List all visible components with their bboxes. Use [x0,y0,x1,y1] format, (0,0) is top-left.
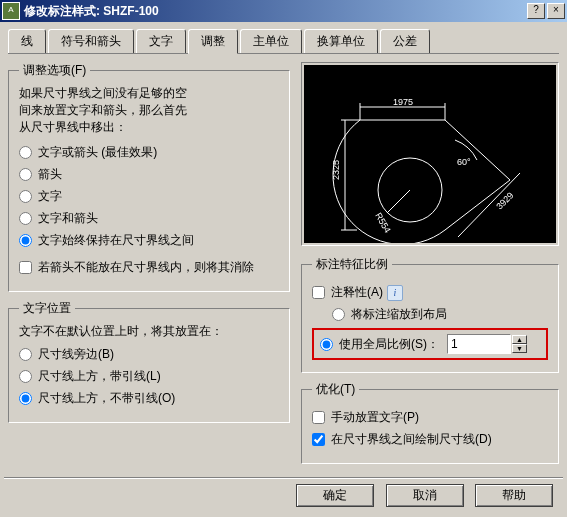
tab-primary[interactable]: 主单位 [240,29,302,54]
tuning-group: 优化(T) 手动放置文字(P) 在尺寸界线之间绘制尺寸线(D) [301,381,559,464]
spin-up[interactable]: ▲ [512,335,527,344]
global-scale-highlight: 使用全局比例(S)： ▲▼ [312,328,548,360]
fit-radio-always[interactable] [19,234,32,247]
scale-global-input[interactable] [447,334,511,354]
fit-label-both: 文字和箭头 [38,210,98,227]
annotative-check[interactable] [312,286,325,299]
tp-radio-beside[interactable] [19,348,32,361]
svg-line-12 [458,173,520,237]
tp-label-noleader: 尺寸线上方，不带引线(O) [38,390,175,407]
tab-fit[interactable]: 调整 [188,29,238,54]
scale-global-radio[interactable] [320,338,333,351]
scale-group: 标注特征比例 注释性(A)i 将标注缩放到布局 使用全局比例(S)： ▲▼ [301,256,559,373]
suppress-arrows-label: 若箭头不能放在尺寸界线内，则将其消除 [38,259,254,276]
fit-label-always: 文字始终保持在尺寸界线之间 [38,232,194,249]
fit-radio-text[interactable] [19,190,32,203]
scale-layout-label: 将标注缩放到布局 [351,306,447,323]
svg-text:3929: 3929 [494,190,515,211]
text-placement-intro: 文字不在默认位置上时，将其放置在： [19,323,279,340]
suppress-arrows-check[interactable] [19,261,32,274]
fit-intro-1: 如果尺寸界线之间没有足够的空 [19,85,279,102]
tab-lines[interactable]: 线 [8,29,46,54]
fit-radio-both[interactable] [19,212,32,225]
ok-button[interactable]: 确定 [296,484,374,507]
tab-alt[interactable]: 换算单位 [304,29,378,54]
fit-label-either: 文字或箭头 (最佳效果) [38,144,157,161]
help-button-bottom[interactable]: 帮助 [475,484,553,507]
fit-intro-3: 从尺寸界线中移出： [19,119,279,136]
fit-label-text: 文字 [38,188,62,205]
help-button[interactable]: ? [527,3,545,19]
scale-legend: 标注特征比例 [312,256,392,273]
fit-options-legend: 调整选项(F) [19,62,90,79]
fit-intro-2: 间来放置文字和箭头，那么首先 [19,102,279,119]
svg-text:2325: 2325 [331,160,341,180]
preview-drawing: 1975 2325 R554 60° 3929 [304,65,556,243]
text-placement-group: 文字位置 文字不在默认位置上时，将其放置在： 尺寸线旁边(B) 尺寸线上方，带引… [8,300,290,423]
tab-text[interactable]: 文字 [136,29,186,54]
manual-text-label: 手动放置文字(P) [331,409,419,426]
button-bar: 确定 取消 帮助 [4,477,563,507]
dimline-check[interactable] [312,433,325,446]
scale-global-label: 使用全局比例(S)： [339,336,439,353]
tp-label-leader: 尺寸线上方，带引线(L) [38,368,161,385]
tab-strip: 线 符号和箭头 文字 调整 主单位 换算单位 公差 [8,28,559,54]
spin-down[interactable]: ▼ [512,344,527,353]
svg-text:1975: 1975 [393,97,413,107]
preview-panel: 1975 2325 R554 60° 3929 [301,62,559,246]
tp-label-beside: 尺寸线旁边(B) [38,346,114,363]
text-placement-legend: 文字位置 [19,300,75,317]
fit-options-group: 调整选项(F) 如果尺寸界线之间没有足够的空 间来放置文字和箭头，那么首先 从尺… [8,62,290,292]
svg-text:60°: 60° [457,157,471,167]
tab-tol[interactable]: 公差 [380,29,430,54]
fit-radio-either[interactable] [19,146,32,159]
close-button[interactable]: × [547,3,565,19]
svg-line-9 [387,190,410,213]
tp-radio-leader[interactable] [19,370,32,383]
fit-label-arrows: 箭头 [38,166,62,183]
title-bar: A 修改标注样式: SHZF-100 ? × [0,0,567,22]
manual-text-check[interactable] [312,411,325,424]
app-icon: A [2,2,20,20]
info-icon[interactable]: i [387,285,403,301]
annotative-label: 注释性(A) [331,284,383,301]
cancel-button[interactable]: 取消 [386,484,464,507]
dimline-label: 在尺寸界线之间绘制尺寸线(D) [331,431,492,448]
tuning-legend: 优化(T) [312,381,359,398]
tab-symbols[interactable]: 符号和箭头 [48,29,134,54]
fit-radio-arrows[interactable] [19,168,32,181]
scale-layout-radio[interactable] [332,308,345,321]
tp-radio-noleader[interactable] [19,392,32,405]
window-title: 修改标注样式: SHZF-100 [24,3,525,20]
